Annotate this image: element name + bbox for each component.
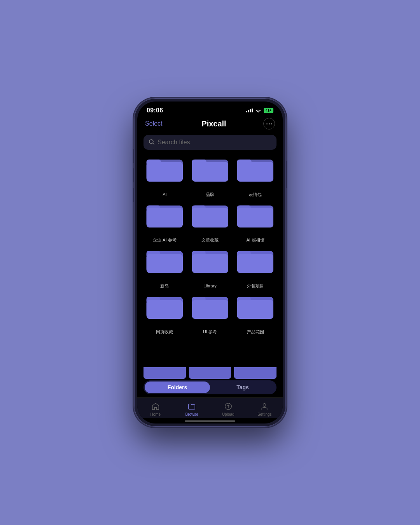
- folder-item-ai[interactable]: AI: [144, 154, 186, 197]
- settings-icon: [260, 402, 269, 411]
- segment-bar: Folders Tags: [144, 380, 276, 394]
- folder-label-library: Library: [203, 284, 217, 289]
- svg-point-39: [263, 404, 266, 406]
- folder-item-enterprise-ai[interactable]: 企业 AI 参考: [144, 200, 186, 243]
- folder-item-ui[interactable]: UI 参考: [189, 292, 231, 334]
- battery-icon: 41+: [264, 108, 273, 113]
- folder-label-web: 网页收藏: [156, 329, 173, 334]
- search-input[interactable]: Search files: [158, 139, 190, 146]
- folder-label-enterprise-ai: 企业 AI 参考: [153, 238, 177, 243]
- tabbar-settings[interactable]: Settings: [251, 402, 278, 416]
- search-bar[interactable]: Search files: [144, 135, 276, 150]
- app-header: Select Pixcall: [137, 116, 283, 133]
- home-indicator: [185, 420, 235, 422]
- svg-rect-28: [237, 254, 273, 273]
- folder-item-articles[interactable]: 文章收藏: [189, 200, 231, 243]
- wifi-icon: [255, 108, 261, 113]
- folder-label-articles: 文章收藏: [201, 238, 219, 243]
- tabbar-upload-label: Upload: [222, 412, 234, 416]
- folder-item-web[interactable]: 网页收藏: [144, 292, 186, 334]
- folder-item-product[interactable]: 产品花园: [234, 292, 276, 334]
- status-bar: 09:06 41+: [137, 102, 283, 116]
- svg-rect-10: [237, 162, 273, 182]
- segment-control: Folders Tags: [137, 380, 283, 397]
- upload-icon: [224, 402, 233, 411]
- browse-icon: [187, 402, 196, 411]
- tabbar-browse-label: Browse: [186, 412, 198, 416]
- signal-icon: [246, 108, 253, 112]
- tab-tags[interactable]: Tags: [210, 382, 275, 393]
- folder-item-outsource[interactable]: 外包项目: [234, 246, 276, 289]
- folder-item-brand[interactable]: 品牌: [189, 154, 231, 197]
- partial-folder-3: [234, 367, 276, 379]
- folder-label-ui: UI 参考: [203, 329, 217, 334]
- svg-rect-19: [237, 208, 273, 228]
- folder-grid-scroll[interactable]: AI 品牌: [137, 154, 283, 367]
- folder-label-ai-photo: AI 照相馆: [246, 238, 264, 243]
- folder-label-outsource: 外包项目: [247, 284, 264, 289]
- phone-screen: 09:06 41+ Select Pixcall: [137, 102, 283, 424]
- tabbar-home-label: Home: [150, 412, 161, 416]
- tab-bar: Home Browse Upload: [137, 397, 283, 418]
- svg-rect-22: [147, 254, 183, 273]
- partial-folder-1: [144, 367, 186, 379]
- svg-rect-34: [192, 300, 228, 319]
- partial-folder-row: [137, 367, 283, 379]
- partial-folder-2: [189, 367, 231, 379]
- status-icons: 41+: [246, 108, 273, 113]
- folder-label-xindao: 新岛: [160, 284, 169, 289]
- folder-item-xindao[interactable]: 新岛: [144, 246, 186, 289]
- folder-label-emoji: 表情包: [249, 192, 262, 197]
- tabbar-settings-label: Settings: [257, 412, 271, 416]
- tabbar-upload[interactable]: Upload: [215, 402, 242, 416]
- folder-label-ai: AI: [163, 192, 166, 197]
- svg-rect-25: [192, 254, 228, 273]
- svg-rect-31: [147, 300, 183, 319]
- search-icon: [149, 139, 154, 146]
- svg-rect-37: [237, 300, 273, 319]
- svg-rect-4: [147, 162, 183, 182]
- svg-line-1: [153, 143, 154, 144]
- notch: [187, 102, 233, 115]
- app-title: Pixcall: [164, 119, 263, 128]
- phone-frame: 09:06 41+ Select Pixcall: [134, 98, 286, 427]
- folder-label-product: 产品花园: [247, 329, 264, 334]
- more-button[interactable]: [263, 118, 275, 130]
- home-icon: [151, 402, 160, 411]
- tab-folders[interactable]: Folders: [145, 382, 210, 393]
- svg-rect-13: [147, 208, 183, 228]
- folder-label-brand: 品牌: [206, 192, 214, 197]
- folder-grid: AI 品牌: [144, 154, 276, 339]
- tabbar-browse[interactable]: Browse: [178, 402, 205, 416]
- status-time: 09:06: [147, 107, 163, 114]
- svg-rect-16: [192, 208, 228, 228]
- tabbar-home[interactable]: Home: [142, 402, 169, 416]
- folder-item-ai-photo[interactable]: AI 照相馆: [234, 200, 276, 243]
- folder-item-emoji[interactable]: 表情包: [234, 154, 276, 197]
- svg-rect-7: [192, 162, 228, 182]
- folder-item-library[interactable]: Library: [189, 246, 231, 289]
- select-button[interactable]: Select: [145, 120, 164, 127]
